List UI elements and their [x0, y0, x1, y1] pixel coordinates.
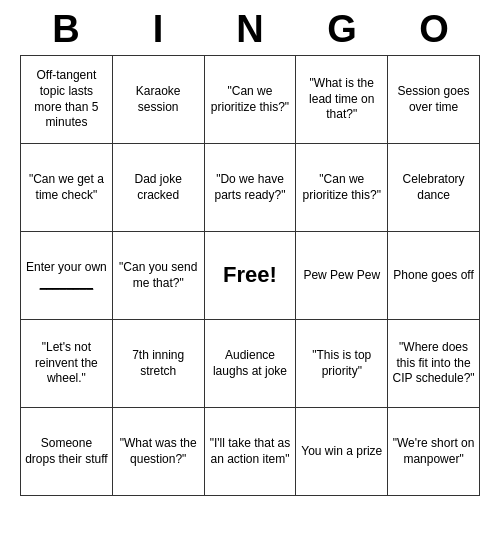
cell-1-3: "Can we prioritize this?" — [296, 144, 388, 232]
cell-0-0: Off-tangent topic lasts more than 5 minu… — [21, 56, 113, 144]
bingo-grid: Off-tangent topic lasts more than 5 minu… — [20, 55, 480, 496]
title-letter: O — [411, 8, 457, 51]
title-letter: I — [135, 8, 181, 51]
cell-4-4: "We're short on manpower" — [388, 408, 480, 496]
cell-4-1: "What was the question?" — [112, 408, 204, 496]
title-letter: B — [43, 8, 89, 51]
cell-0-1: Karaoke session — [112, 56, 204, 144]
cell-3-4: "Where does this fit into the CIP schedu… — [388, 320, 480, 408]
cell-3-1: 7th inning stretch — [112, 320, 204, 408]
title-letter: N — [227, 8, 273, 51]
cell-2-0: Enter your own ________ — [21, 232, 113, 320]
cell-0-2: "Can we prioritize this?" — [204, 56, 296, 144]
cell-4-2: "I'll take that as an action item" — [204, 408, 296, 496]
cell-3-0: "Let's not reinvent the wheel." — [21, 320, 113, 408]
cell-0-4: Session goes over time — [388, 56, 480, 144]
cell-2-1: "Can you send me that?" — [112, 232, 204, 320]
bingo-title: BINGO — [20, 0, 480, 55]
title-letter: G — [319, 8, 365, 51]
cell-4-3: You win a prize — [296, 408, 388, 496]
cell-2-4: Phone goes off — [388, 232, 480, 320]
cell-1-4: Celebratory dance — [388, 144, 480, 232]
cell-1-1: Dad joke cracked — [112, 144, 204, 232]
cell-1-2: "Do we have parts ready?" — [204, 144, 296, 232]
cell-2-3: Pew Pew Pew — [296, 232, 388, 320]
cell-0-3: "What is the lead time on that?" — [296, 56, 388, 144]
cell-3-3: "This is top priority" — [296, 320, 388, 408]
cell-2-2: Free! — [204, 232, 296, 320]
cell-4-0: Someone drops their stuff — [21, 408, 113, 496]
cell-1-0: "Can we get a time check" — [21, 144, 113, 232]
cell-3-2: Audience laughs at joke — [204, 320, 296, 408]
